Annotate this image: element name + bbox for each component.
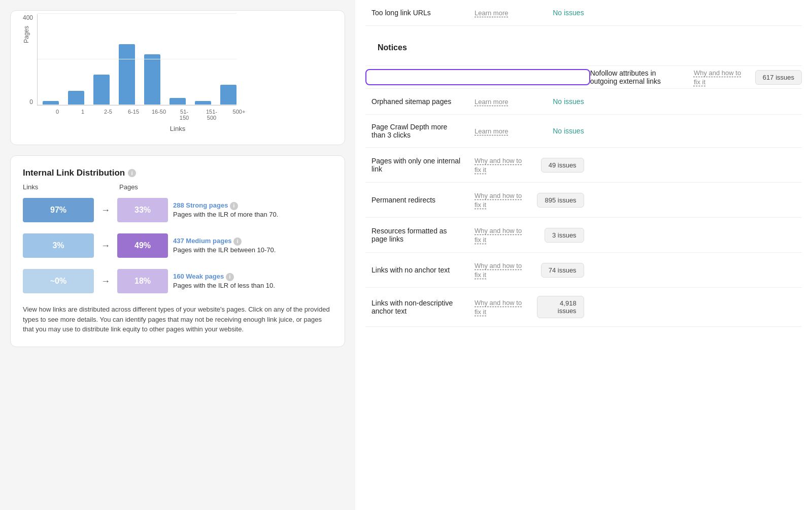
crawl-depth-learn-more[interactable]: Learn more (475, 127, 508, 135)
row-orphaned: Orphaned sitemap pages Learn more No iss… (365, 89, 802, 115)
strong-pages-pct: 33% (134, 206, 151, 215)
too-long-name: Too long link URLs (365, 0, 468, 26)
orphaned-status: No issues (531, 89, 590, 115)
medium-pages-bar[interactable]: 49% (117, 233, 168, 258)
notices-header-row: Notices (365, 26, 802, 66)
crawl-depth-link-cell: Learn more (468, 115, 531, 148)
too-long-link-cell: Learn more (468, 0, 531, 26)
x-label-500plus: 500+ (231, 109, 247, 121)
x-label-0: 0 (49, 109, 65, 121)
row-resources-formatted: Resources formatted as page links Why an… (365, 218, 802, 253)
bar-500plus[interactable] (220, 85, 236, 105)
y-label-0: 0 (29, 98, 33, 106)
weak-pages-pct: 18% (134, 277, 151, 286)
orphaned-link-cell: Learn more (468, 89, 531, 115)
medium-info-icon[interactable]: i (233, 237, 242, 246)
medium-pages-pct: 49% (134, 241, 151, 250)
strong-info-icon[interactable]: i (230, 202, 238, 210)
no-anchor-name: Links with no anchor text (365, 253, 468, 288)
weak-desc: 160 Weak pages i Pages with the ILR of l… (173, 272, 332, 290)
strong-links-bar[interactable]: 97% (23, 198, 94, 222)
non-descriptive-why-how[interactable]: Why and how to fix it (475, 299, 522, 316)
col-links: Links (23, 183, 104, 191)
crawl-depth-status: No issues (531, 115, 590, 148)
bars-container (37, 14, 236, 106)
non-descriptive-link-cell: Why and how to fix it (468, 288, 531, 327)
permanent-redirects-link-cell: Why and how to fix it (468, 183, 531, 218)
strong-pages-link[interactable]: 288 Strong pages (173, 201, 228, 209)
weak-links-pct: ~0% (50, 277, 66, 286)
info-icon[interactable]: i (128, 169, 136, 177)
bar-16-50[interactable] (144, 54, 160, 105)
dist-row-strong: 97% → 33% 288 Strong pages i Pages with … (23, 198, 332, 222)
resources-formatted-why-how[interactable]: Why and how to fix it (475, 227, 522, 244)
weak-links-bar[interactable]: ~0% (23, 269, 94, 293)
col-pages: Pages (119, 183, 180, 191)
x-label-2-5: 2-5 (100, 109, 116, 121)
permanent-redirects-status: 895 issues (531, 183, 590, 218)
non-descriptive-name: Links with non-descriptive anchor text (365, 288, 468, 327)
nofollow-issues-badge[interactable]: 617 issues (755, 70, 802, 85)
no-anchor-badge[interactable]: 74 issues (541, 263, 584, 278)
left-panel: Pages 400 0 (0, 0, 355, 510)
row-no-anchor: Links with no anchor text Why and how to… (365, 253, 802, 288)
distribution-card: Internal Link Distribution i Links Pages… (10, 155, 345, 347)
resources-formatted-link-cell: Why and how to fix it (468, 218, 531, 253)
orphaned-no-issues: No issues (553, 97, 584, 106)
bar-51-150[interactable] (170, 98, 186, 105)
non-descriptive-badge[interactable]: 4,918 issues (537, 296, 584, 318)
row-non-descriptive: Links with non-descriptive anchor text W… (365, 288, 802, 327)
medium-links-bar[interactable]: 3% (23, 233, 94, 258)
x-labels: 0 1 2-5 6-15 16-50 51-150 151-500 500+ (44, 109, 332, 121)
one-internal-badge[interactable]: 49 issues (541, 158, 584, 173)
bar-2-5[interactable] (93, 75, 110, 105)
strong-pages-bar[interactable]: 33% (117, 198, 168, 222)
one-internal-link-cell: Why and how to fix it (468, 148, 531, 183)
no-anchor-why-how[interactable]: Why and how to fix it (475, 262, 522, 279)
x-label-51-150: 51-150 (176, 109, 192, 121)
bar-1[interactable] (68, 91, 84, 105)
arrow-strong: → (101, 205, 110, 216)
col-headers: Links Pages (23, 183, 332, 191)
x-label-16-50: 16-50 (151, 109, 167, 121)
y-axis-labels: 400 0 (23, 14, 33, 106)
resources-formatted-badge[interactable]: 3 issues (545, 228, 584, 243)
resources-formatted-name: Resources formatted as page links (365, 218, 468, 253)
orphaned-learn-more[interactable]: Learn more (475, 98, 508, 106)
weak-pages-bar[interactable]: 18% (117, 269, 168, 293)
nofollow-status-cell: 617 issues (748, 66, 802, 89)
orphaned-name: Orphaned sitemap pages (365, 89, 468, 115)
too-long-learn-more[interactable]: Learn more (475, 9, 508, 17)
dist-row-medium: 3% → 49% 437 Medium pages i Pages with t… (23, 233, 332, 258)
row-permanent-redirects: Permanent redirects Why and how to fix i… (365, 183, 802, 218)
bar-6-15[interactable] (119, 44, 135, 105)
medium-pages-link[interactable]: 437 Medium pages (173, 237, 232, 245)
permanent-redirects-name: Permanent redirects (365, 183, 468, 218)
row-too-long-urls: Too long link URLs Learn more No issues (365, 0, 802, 26)
row-one-internal: Pages with only one internal link Why an… (365, 148, 802, 183)
nofollow-why-how[interactable]: Why and how to fix it (694, 69, 741, 86)
one-internal-why-how[interactable]: Why and how to fix it (475, 157, 522, 174)
nofollow-name: Nofollow attributes in outgoing external… (590, 66, 688, 89)
medium-links-pct: 3% (52, 241, 64, 250)
x-label-6-15: 6-15 (125, 109, 142, 121)
no-anchor-status: 74 issues (531, 253, 590, 288)
crawl-depth-name: Page Crawl Depth more than 3 clicks (365, 115, 468, 148)
x-label-151-500: 151-500 (201, 109, 222, 121)
weak-info-icon[interactable]: i (226, 273, 234, 281)
weak-pages-link[interactable]: 160 Weak pages (173, 273, 224, 280)
strong-links-pct: 97% (50, 206, 66, 215)
permanent-redirects-badge[interactable]: 895 issues (537, 193, 584, 208)
nofollow-highlight-box (365, 69, 590, 85)
notices-header: Notices (371, 34, 584, 57)
x-label-1: 1 (75, 109, 91, 121)
y-label-400: 400 (23, 14, 33, 21)
right-panel: ↙ Too long link URLs Learn more No issue… (355, 0, 812, 510)
nofollow-row: Nofollow attributes in outgoing external… (365, 66, 802, 89)
crawl-depth-no-issues: No issues (553, 127, 584, 135)
one-internal-name: Pages with only one internal link (365, 148, 468, 183)
notices-header-cell: Notices (365, 26, 590, 66)
row-crawl-depth: Page Crawl Depth more than 3 clicks Lear… (365, 115, 802, 148)
permanent-redirects-why-how[interactable]: Why and how to fix it (475, 192, 522, 209)
too-long-no-issues: No issues (553, 9, 584, 17)
